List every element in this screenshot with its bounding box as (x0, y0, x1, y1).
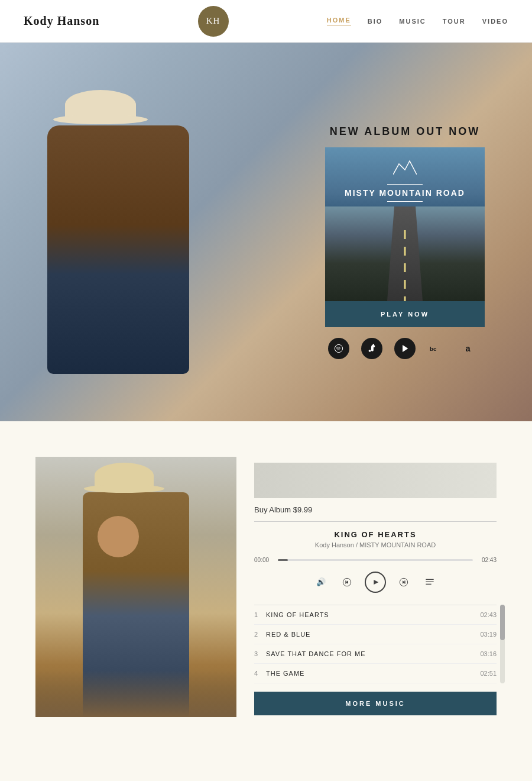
player-divider-1 (254, 521, 497, 522)
music-section: Buy Album $9.99 KING OF HEARTS Kody Hans… (0, 421, 532, 741)
player-progress-row: 00:00 02:43 (254, 557, 497, 563)
svg-marker-8 (374, 580, 378, 585)
music-player: Buy Album $9.99 KING OF HEARTS Kody Hans… (236, 457, 497, 715)
hero-content: NEW ALBUM OUT NOW MISTY MOUNTAIN ROAD KO… (325, 125, 485, 359)
figure-hat (65, 90, 136, 120)
tracklist: 1 KING OF HEARTS 02:43 2 RED & BLUE 03:1… (254, 605, 497, 683)
nav-video[interactable]: VIDEO (482, 18, 508, 25)
track-row[interactable]: 4 THE GAME 02:51 (254, 664, 497, 683)
track-number: 3 (254, 650, 266, 657)
svg-text:bc: bc (430, 346, 437, 352)
apple-music-icon[interactable] (361, 338, 382, 359)
nav-tour[interactable]: TOUR (443, 18, 466, 25)
tracklist-scrollbar[interactable] (500, 605, 505, 683)
track-duration: 03:19 (475, 631, 497, 638)
album-title-divider2 (387, 201, 423, 202)
svg-text:a: a (465, 344, 471, 353)
track-duration: 02:51 (475, 670, 497, 677)
buy-album-label[interactable]: Buy Album $9.99 (254, 505, 497, 514)
player-album-thumbnail (254, 463, 497, 498)
spotify-icon[interactable] (328, 338, 349, 359)
track-name: SAVE THAT DANCE FOR ME (266, 650, 475, 657)
player-time-current: 00:00 (254, 557, 273, 563)
hero-section: NEW ALBUM OUT NOW MISTY MOUNTAIN ROAD KO… (0, 43, 532, 421)
player-track-subtitle: Kody Hanson / MISTY MOUNTAIN ROAD (254, 541, 497, 548)
main-nav: HOME BIO MUSIC TOUR VIDEO (327, 17, 508, 25)
track-row[interactable]: 2 RED & BLUE 03:19 (254, 625, 497, 644)
tracklist-wrapper: 1 KING OF HEARTS 02:43 2 RED & BLUE 03:1… (254, 605, 497, 683)
site-emblem: KH (198, 6, 229, 37)
site-logo: Kody Hanson (24, 14, 99, 28)
new-album-label: NEW ALBUM OUT NOW (325, 125, 485, 138)
nav-bio[interactable]: BIO (368, 18, 383, 25)
track-row[interactable]: 3 SAVE THAT DANCE FOR ME 03:16 (254, 644, 497, 664)
track-name: KING OF HEARTS (266, 611, 475, 618)
amazon-icon[interactable]: a (460, 338, 482, 359)
svg-marker-2 (403, 345, 408, 352)
album-cover-image: MISTY MOUNTAIN ROAD KODY HANSON (325, 147, 485, 301)
player-time-total: 02:43 (478, 557, 497, 563)
album-road-scene (325, 206, 485, 301)
volume-button[interactable]: 🔊 (313, 574, 329, 590)
music-photo (35, 457, 236, 717)
track-number: 4 (254, 670, 266, 677)
track-name: RED & BLUE (266, 631, 475, 638)
site-header: Kody Hanson KH HOME BIO MUSIC TOUR VIDEO (0, 0, 532, 43)
track-row[interactable]: 1 KING OF HEARTS 02:43 (254, 605, 497, 625)
more-music-button[interactable]: MORE MUSIC (254, 692, 497, 715)
prev-button[interactable] (339, 574, 355, 590)
player-controls: 🔊 (254, 572, 497, 593)
player-track-title: KING OF HEARTS (254, 530, 497, 539)
player-progress-bar[interactable] (278, 559, 473, 561)
album-road-line (404, 230, 406, 301)
mountain-icon (393, 158, 417, 177)
figure-body (47, 125, 189, 374)
track-duration: 02:43 (475, 611, 497, 618)
nav-music[interactable]: MUSIC (399, 18, 426, 25)
track-name: THE GAME (266, 670, 475, 677)
track-number: 1 (254, 611, 266, 618)
play-button[interactable] (365, 572, 386, 593)
play-now-button[interactable]: PLAY NOW (325, 301, 485, 327)
svg-point-1 (369, 350, 371, 351)
music-photo-ground (35, 670, 236, 717)
player-progress-fill (278, 559, 288, 561)
hero-figure (47, 125, 189, 374)
music-figure-hat (95, 463, 154, 489)
album-card: MISTY MOUNTAIN ROAD KODY HANSON PLAY NOW (325, 147, 485, 327)
google-play-icon[interactable] (394, 338, 416, 359)
album-title: MISTY MOUNTAIN ROAD (345, 188, 465, 198)
bandcamp-icon[interactable]: bc (427, 338, 449, 359)
svg-rect-7 (345, 580, 346, 583)
track-number: 2 (254, 631, 266, 638)
site-logo-text: Kody Hanson (24, 14, 99, 27)
scrollbar-thumb[interactable] (500, 605, 505, 640)
streaming-icons: bc a (325, 338, 485, 359)
album-title-divider (387, 184, 423, 185)
music-inner: Buy Album $9.99 KING OF HEARTS Kody Hans… (0, 457, 532, 717)
nav-home[interactable]: HOME (327, 17, 351, 25)
playlist-button[interactable] (421, 574, 438, 590)
track-duration: 03:16 (475, 650, 497, 657)
svg-rect-11 (404, 580, 405, 583)
next-button[interactable] (395, 574, 412, 590)
